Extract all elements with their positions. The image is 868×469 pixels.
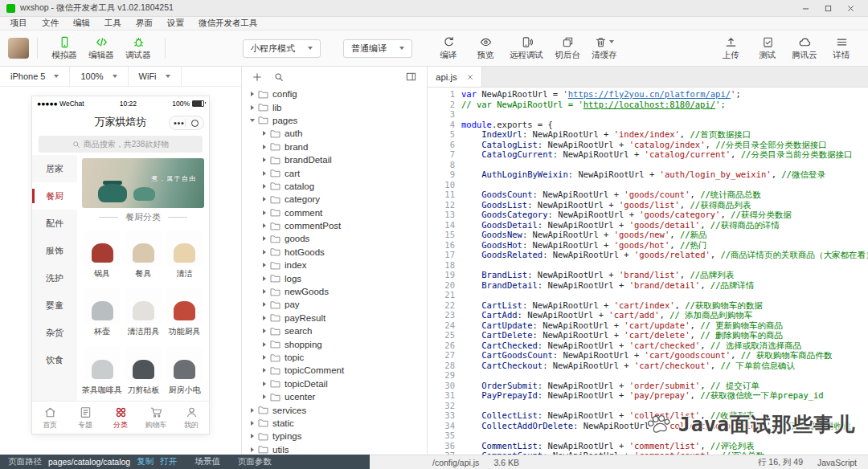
category-item[interactable]: 居家 bbox=[32, 155, 77, 182]
tree-item-label: payResult bbox=[285, 313, 326, 323]
tree-item-brand[interactable]: brand bbox=[242, 141, 427, 153]
product-item[interactable]: 杯壶 bbox=[82, 284, 122, 343]
code-editor[interactable]: 1234567891011121314151617181920212223242… bbox=[428, 88, 868, 455]
banner-image[interactable]: 煮，属于自由 bbox=[82, 158, 204, 208]
debugger-toggle[interactable]: 调试器 bbox=[120, 36, 157, 61]
tree-item-hotGoods[interactable]: hotGoods bbox=[242, 246, 427, 259]
status-file-path: /config/api.js bbox=[432, 458, 479, 467]
compile-button[interactable]: 编译 bbox=[430, 36, 467, 61]
category-item[interactable]: 婴童 bbox=[32, 292, 77, 319]
minimize-button[interactable] bbox=[794, 1, 817, 16]
category-item[interactable]: 配件 bbox=[32, 210, 77, 237]
tree-item-utils[interactable]: utils bbox=[242, 443, 427, 455]
tab-category[interactable]: 分类 bbox=[103, 402, 138, 434]
product-item[interactable]: 锅具 bbox=[82, 226, 122, 284]
open-path-link[interactable]: 打开 bbox=[160, 456, 177, 467]
add-file-button[interactable] bbox=[252, 72, 262, 82]
page-params-button[interactable]: 页面参数 bbox=[238, 456, 272, 467]
tree-item-config[interactable]: config bbox=[242, 88, 427, 100]
simulator-toggle[interactable]: 模拟器 bbox=[46, 36, 83, 61]
tree-item-topicDetail[interactable]: topicDetail bbox=[242, 377, 427, 390]
category-item[interactable]: 餐厨 bbox=[32, 182, 77, 210]
tree-item-typings[interactable]: typings bbox=[242, 430, 427, 442]
test-button[interactable]: 测试 bbox=[749, 36, 786, 61]
product-item[interactable]: 功能厨具 bbox=[165, 284, 204, 343]
product-item[interactable]: 清洁用具 bbox=[124, 284, 163, 343]
details-button[interactable]: 详情 bbox=[823, 36, 860, 61]
tree-item-pages[interactable]: pages bbox=[242, 114, 427, 127]
tab-topic[interactable]: 专题 bbox=[68, 402, 103, 434]
tree-item-category[interactable]: category bbox=[242, 193, 427, 206]
close-tab-icon[interactable] bbox=[467, 74, 473, 80]
compile-config-select[interactable]: 普通编译 bbox=[343, 39, 412, 58]
category-item[interactable]: 杂货 bbox=[32, 319, 77, 346]
category-item[interactable]: 洗护 bbox=[32, 264, 77, 292]
product-item[interactable]: 茶具咖啡具 bbox=[82, 342, 122, 401]
tree-item-ucenter[interactable]: ucenter bbox=[242, 390, 427, 403]
tree-item-topic[interactable]: topic bbox=[242, 351, 427, 364]
tree-item-payResult[interactable]: payResult bbox=[242, 312, 427, 324]
scene-value-button[interactable]: 场景值 bbox=[194, 456, 220, 467]
zoom-select[interactable]: 100% bbox=[70, 67, 128, 86]
tree-item-logs[interactable]: logs bbox=[242, 271, 427, 284]
tree-item-pay[interactable]: pay bbox=[242, 298, 427, 311]
search-files-button[interactable] bbox=[274, 72, 284, 82]
tab-cart[interactable]: 购物车 bbox=[138, 402, 174, 434]
miniapp-search-bar[interactable]: 商品搜索，共238款好物 bbox=[39, 136, 203, 153]
tab-api-js[interactable]: api.js bbox=[428, 67, 482, 87]
copy-path-link[interactable]: 复制 bbox=[137, 456, 154, 467]
tree-item-auth[interactable]: auth bbox=[242, 127, 427, 140]
remote-debug-button[interactable]: 远程调试 bbox=[504, 36, 549, 61]
tree-item-cart[interactable]: cart bbox=[242, 166, 427, 179]
upload-button[interactable]: 上传 bbox=[712, 36, 749, 61]
wechat-capsule[interactable] bbox=[169, 116, 204, 130]
menu-item-5[interactable]: 设置 bbox=[160, 18, 191, 29]
tree-item-comment[interactable]: comment bbox=[242, 206, 427, 219]
menu-item-3[interactable]: 工具 bbox=[97, 18, 129, 29]
maximize-button[interactable] bbox=[817, 1, 839, 16]
chevron-right-icon bbox=[263, 381, 266, 386]
category-item[interactable]: 服饰 bbox=[32, 237, 77, 264]
product-item[interactable]: 厨房小电 bbox=[165, 342, 204, 401]
tencent-cloud-button[interactable]: 腾讯云 bbox=[786, 36, 823, 61]
network-select[interactable]: WiFi bbox=[129, 67, 182, 86]
folder-icon bbox=[270, 340, 280, 349]
menu-item-0[interactable]: 项目 bbox=[3, 18, 35, 29]
tree-item-index[interactable]: index bbox=[242, 259, 427, 271]
category-item[interactable]: 饮食 bbox=[32, 346, 77, 373]
code-line: GoodsCount: NewApiRootUrl + 'goods/count… bbox=[461, 190, 868, 200]
tab-home[interactable]: 首页 bbox=[32, 402, 68, 434]
tree-item-static[interactable]: static bbox=[242, 417, 427, 430]
tree-item-goods[interactable]: goods bbox=[242, 232, 427, 245]
preview-button[interactable]: 预览 bbox=[467, 36, 504, 61]
product-item[interactable]: 清洁 bbox=[165, 226, 204, 284]
menu-item-1[interactable]: 文件 bbox=[35, 18, 66, 29]
tree-item-newGoods[interactable]: newGoods bbox=[242, 285, 427, 298]
tree-item-shopping[interactable]: shopping bbox=[242, 337, 427, 350]
tree-item-search[interactable]: search bbox=[242, 324, 427, 337]
product-item[interactable]: 刀剪砧板 bbox=[124, 342, 163, 401]
editor-toggle[interactable]: 编辑器 bbox=[83, 36, 120, 61]
switch-background-button[interactable]: 切后台 bbox=[549, 36, 586, 61]
mode-select[interactable]: 小程序模式 bbox=[243, 39, 321, 58]
menu-item-4[interactable]: 界面 bbox=[129, 18, 160, 29]
tab-user[interactable]: 我的 bbox=[174, 402, 209, 434]
upload-button-label: 上传 bbox=[723, 50, 739, 61]
avatar[interactable] bbox=[8, 38, 29, 59]
close-button[interactable] bbox=[839, 1, 862, 16]
device-select[interactable]: iPhone 5 bbox=[0, 67, 70, 86]
product-item[interactable]: 餐具 bbox=[124, 226, 163, 284]
code-line: CatalogCurrent: NewApiRootUrl + 'catalog… bbox=[461, 149, 868, 160]
tree-item-services[interactable]: services bbox=[242, 403, 427, 416]
menu-item-6[interactable]: 微信开发者工具 bbox=[191, 18, 265, 29]
chevron-right-icon bbox=[251, 421, 254, 426]
menu-item-2[interactable]: 编辑 bbox=[66, 18, 97, 29]
tree-item-catalog[interactable]: catalog bbox=[242, 180, 427, 193]
tree-item-lib[interactable]: lib bbox=[242, 100, 427, 113]
tree-item-topicComment[interactable]: topicComment bbox=[242, 364, 427, 377]
clear-cache-button[interactable]: 清缓存 bbox=[586, 36, 623, 61]
status-language[interactable]: JavaScript bbox=[817, 458, 857, 467]
tree-item-brandDetail[interactable]: brandDetail bbox=[242, 153, 427, 166]
tree-item-commentPost[interactable]: commentPost bbox=[242, 219, 427, 232]
panel-layout-button[interactable] bbox=[406, 71, 416, 82]
